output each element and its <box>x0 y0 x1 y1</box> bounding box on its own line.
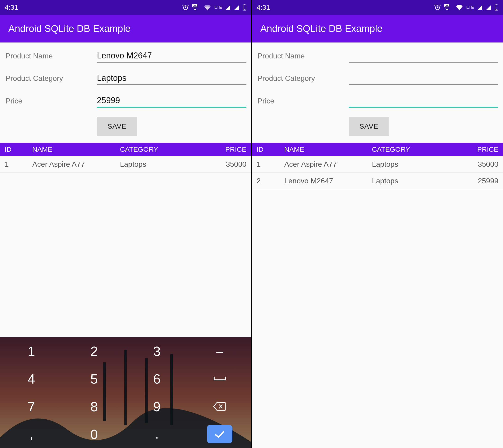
product-category-label: Product Category <box>5 74 97 85</box>
space-icon <box>213 375 227 382</box>
product-table: ID NAME CATEGORY PRICE 1 Acer Aspire A77… <box>252 143 503 448</box>
key-6[interactable]: 6 <box>126 365 188 393</box>
status-bar: 4:31 LTE LTE <box>252 0 503 15</box>
signal-icon-1 <box>477 5 483 10</box>
cell-id: 2 <box>257 177 284 185</box>
signal-icon-2 <box>486 5 491 10</box>
price-label: Price <box>257 97 349 108</box>
status-bar: 4:31 LTE LTE <box>0 0 251 15</box>
cell-id: 1 <box>5 160 32 168</box>
volte-icon: LTE <box>192 4 201 11</box>
price-input[interactable] <box>97 94 246 108</box>
battery-icon <box>495 4 498 11</box>
header-name: NAME <box>284 146 372 153</box>
header-price: PRICE <box>461 146 498 153</box>
product-name-label: Product Name <box>257 52 349 63</box>
key-backspace[interactable] <box>188 393 251 420</box>
cell-price: 35000 <box>461 160 498 168</box>
table-header-row: ID NAME CATEGORY PRICE <box>252 143 503 156</box>
form-area: Product Name Product Category Price SAVE <box>0 43 251 143</box>
key-7[interactable]: 7 <box>0 393 63 420</box>
price-label: Price <box>5 97 97 108</box>
cell-category: Laptops <box>372 160 461 168</box>
key-1[interactable]: 1 <box>0 337 63 365</box>
phone-right: 4:31 LTE LTE Android SQLite DB Example P… <box>252 0 503 448</box>
lte-label: LTE <box>214 5 222 10</box>
key-comma[interactable]: , <box>0 420 63 448</box>
key-5[interactable]: 5 <box>63 365 126 393</box>
wifi-icon <box>456 4 463 10</box>
key-minus[interactable]: – <box>188 337 251 365</box>
check-icon <box>214 427 225 442</box>
cell-price: 35000 <box>209 160 246 168</box>
key-4[interactable]: 4 <box>0 365 63 393</box>
key-8[interactable]: 8 <box>63 393 126 420</box>
phone-left: 4:31 LTE LTE Android SQLite DB Example P… <box>0 0 251 448</box>
product-name-label: Product Name <box>5 52 97 63</box>
save-button[interactable]: SAVE <box>97 117 137 136</box>
cell-category: Laptops <box>120 160 209 168</box>
svg-rect-5 <box>244 9 246 10</box>
status-icons: LTE LTE <box>434 4 498 11</box>
header-price: PRICE <box>209 146 246 153</box>
wifi-icon <box>204 4 211 10</box>
product-name-input[interactable] <box>349 50 498 63</box>
product-name-input[interactable] <box>97 50 246 63</box>
cell-id: 1 <box>257 160 284 168</box>
key-dot[interactable]: . <box>126 420 188 448</box>
signal-icon-1 <box>225 5 231 10</box>
lte-label: LTE <box>466 5 474 10</box>
table-row[interactable]: 2 Lenovo M2647 Laptops 25999 <box>252 173 503 189</box>
app-title: Android SQLite DB Example <box>8 23 131 34</box>
numeric-keypad: 1 2 3 – 4 5 6 7 8 9 , 0 . <box>0 337 251 448</box>
alarm-icon <box>182 4 189 11</box>
table-header-row: ID NAME CATEGORY PRICE <box>0 143 251 156</box>
header-id: ID <box>5 146 32 153</box>
cell-name: Acer Aspire A77 <box>284 160 372 168</box>
key-space[interactable] <box>188 365 251 393</box>
key-9[interactable]: 9 <box>126 393 188 420</box>
app-bar: Android SQLite DB Example <box>252 15 503 43</box>
app-title: Android SQLite DB Example <box>260 23 383 34</box>
alarm-icon <box>434 4 441 11</box>
key-3[interactable]: 3 <box>126 337 188 365</box>
product-category-input[interactable] <box>97 72 246 85</box>
status-icons: LTE LTE <box>182 4 246 11</box>
header-id: ID <box>257 146 284 153</box>
product-table: ID NAME CATEGORY PRICE 1 Acer Aspire A77… <box>0 143 251 337</box>
table-row[interactable]: 1 Acer Aspire A77 Laptops 35000 <box>252 156 503 173</box>
cell-name: Acer Aspire A77 <box>32 160 120 168</box>
cell-price: 25999 <box>461 177 498 185</box>
status-time: 4:31 <box>5 3 18 11</box>
save-button[interactable]: SAVE <box>349 117 389 136</box>
price-input[interactable] <box>349 94 498 108</box>
cell-category: Laptops <box>372 177 461 185</box>
table-row[interactable]: 1 Acer Aspire A77 Laptops 35000 <box>0 156 251 173</box>
svg-text:LTE: LTE <box>193 5 197 7</box>
status-time: 4:31 <box>257 3 270 11</box>
header-name: NAME <box>32 146 120 153</box>
app-bar: Android SQLite DB Example <box>0 15 251 43</box>
product-category-input[interactable] <box>349 72 498 85</box>
header-category: CATEGORY <box>372 146 461 153</box>
svg-text:LTE: LTE <box>445 5 449 7</box>
backspace-icon <box>213 402 227 411</box>
cell-name: Lenovo M2647 <box>284 177 372 185</box>
key-0[interactable]: 0 <box>63 420 126 448</box>
signal-icon-2 <box>234 5 239 10</box>
key-done[interactable] <box>188 420 251 448</box>
key-2[interactable]: 2 <box>63 337 126 365</box>
volte-icon: LTE <box>444 4 453 11</box>
header-category: CATEGORY <box>120 146 209 153</box>
form-area: Product Name Product Category Price SAVE <box>252 43 503 143</box>
svg-rect-18 <box>496 9 497 10</box>
product-category-label: Product Category <box>257 74 349 85</box>
battery-icon <box>243 4 246 11</box>
